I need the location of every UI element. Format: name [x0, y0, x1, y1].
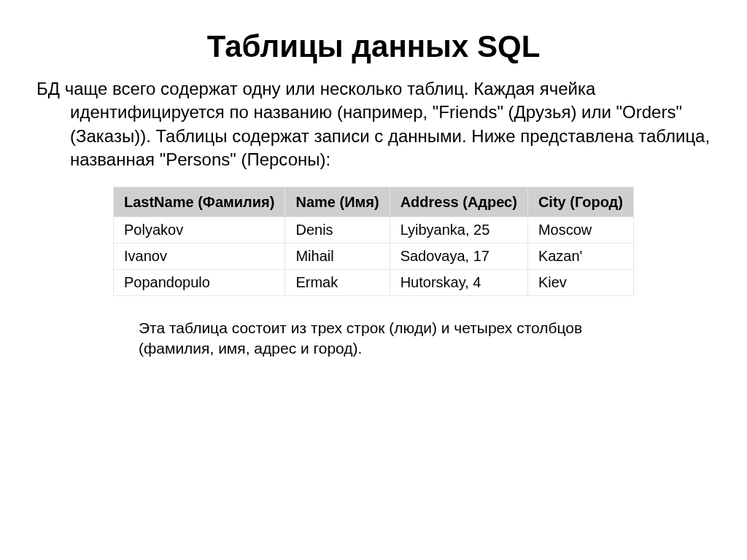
footnote-text: Эта таблица состоит из трех строк (люди)… [139, 318, 623, 359]
table-header-address: Address (Адрес) [390, 187, 527, 217]
table-container: LastName (Фамилия) Name (Имя) Address (А… [36, 187, 711, 296]
table-header-name: Name (Имя) [285, 187, 390, 217]
cell-address: Hutorskay, 4 [390, 269, 527, 295]
table-header-city: City (Город) [527, 187, 633, 217]
intro-paragraph: БД чаще всего содержат одну или нескольк… [70, 77, 711, 172]
table-header-lastname: LastName (Фамилия) [114, 187, 285, 217]
cell-lastname: Ivanov [114, 243, 285, 269]
cell-lastname: Polyakov [114, 217, 285, 243]
table-row: Ivanov Mihail Sadovaya, 17 Kazan' [114, 243, 634, 269]
cell-name: Ermak [285, 269, 390, 295]
table-row: Popandopulo Ermak Hutorskay, 4 Kiev [114, 269, 634, 295]
slide-title: Таблицы данных SQL [36, 29, 711, 64]
cell-name: Denis [285, 217, 390, 243]
table-header-row: LastName (Фамилия) Name (Имя) Address (А… [114, 187, 634, 217]
table-row: Polyakov Denis Lyibyanka, 25 Moscow [114, 217, 634, 243]
cell-city: Kazan' [527, 243, 633, 269]
cell-lastname: Popandopulo [114, 269, 285, 295]
cell-address: Lyibyanka, 25 [390, 217, 527, 243]
persons-table: LastName (Фамилия) Name (Имя) Address (А… [113, 187, 634, 296]
cell-city: Kiev [527, 269, 633, 295]
cell-name: Mihail [285, 243, 390, 269]
cell-address: Sadovaya, 17 [390, 243, 527, 269]
cell-city: Moscow [527, 217, 633, 243]
